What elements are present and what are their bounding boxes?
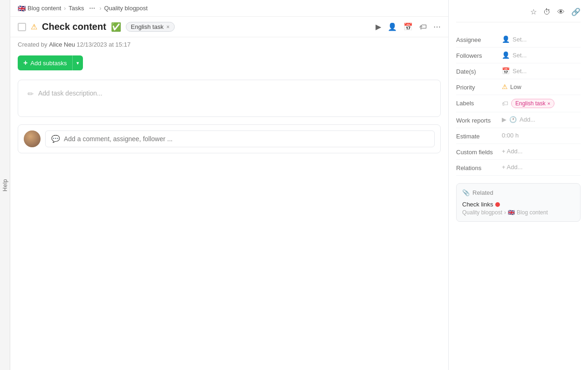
labels-field: Labels 🏷 English task ×: [456, 95, 581, 112]
assignee-set-text: Set...: [513, 36, 526, 43]
relations-plus-icon: +: [502, 164, 506, 171]
task-completed-icon: ✅: [111, 22, 121, 32]
related-link[interactable]: Check links Quality blogpost › 🇬🇧 Blog c…: [462, 201, 574, 216]
priority-low-text: Low: [510, 83, 521, 90]
related-header: 📎 Related: [462, 189, 574, 196]
breadcrumb-separator-2: ›: [100, 5, 102, 12]
breadcrumb: 🇬🇧 Blog content › Tasks ⋯ › Quality blog…: [10, 0, 448, 17]
custom-fields-add-text: Add...: [507, 148, 523, 155]
work-reports-label: Work reports: [456, 116, 498, 124]
add-subtasks-label: Add subtasks: [30, 60, 67, 67]
related-link-title-row: Check links: [462, 201, 574, 208]
estimate-time: 0:00 h: [502, 132, 519, 139]
label-tag-text: English task: [515, 100, 546, 107]
task-title: Check content: [42, 21, 106, 32]
subtasks-area: + Add subtasks ▾: [10, 52, 448, 74]
warning-icon: ⚠: [31, 22, 37, 31]
comment-input-wrapper[interactable]: 💬: [45, 130, 435, 147]
play-icon[interactable]: ▶: [376, 22, 381, 31]
dates-label: Date(s): [456, 67, 498, 75]
tag-icon[interactable]: 🏷: [419, 23, 427, 31]
followers-field: Followers 👤 Set...: [456, 48, 581, 63]
custom-fields-value[interactable]: + Add...: [502, 148, 581, 155]
priority-warning-icon: ⚠: [502, 83, 508, 90]
relations-field: Relations + Add...: [456, 160, 581, 176]
followers-value[interactable]: 👤 Set...: [502, 51, 581, 59]
eye-icon[interactable]: 👁: [557, 8, 565, 16]
task-date: 12/13/2023 at 15:17: [76, 41, 130, 48]
breadcrumb-item-tasks[interactable]: Tasks: [68, 5, 84, 12]
breadcrumb-tasks-label: Tasks: [68, 5, 84, 12]
created-by-label: Created by: [18, 41, 48, 48]
related-link-path-text: Quality blogpost: [462, 209, 502, 216]
sidebar-header-icons: ☆ ⏱ 👁 🔗: [456, 7, 581, 22]
chat-icon: 💬: [51, 135, 60, 143]
add-subtasks-button[interactable]: + Add subtasks: [18, 55, 72, 70]
plus-icon: +: [23, 59, 27, 67]
link-icon[interactable]: 🔗: [571, 7, 581, 16]
uk-flag-icon: 🇬🇧: [18, 5, 26, 12]
breadcrumb-item-blog-content[interactable]: 🇬🇧 Blog content: [18, 5, 61, 12]
estimate-field: Estimate 0:00 h: [456, 128, 581, 144]
more-options-icon[interactable]: ⋯: [433, 22, 441, 31]
priority-field: Priority ⚠ Low: [456, 79, 581, 95]
task-tag-label: English task: [131, 23, 164, 30]
priority-value[interactable]: ⚠ Low: [502, 83, 581, 90]
work-reports-value[interactable]: ▶ 🕐 Add...: [502, 116, 581, 123]
assignee-field: Assignee 👤 Set...: [456, 32, 581, 48]
add-subtasks-group: + Add subtasks ▾: [18, 55, 441, 70]
related-link-path: Quality blogpost › 🇬🇧 Blog content: [462, 209, 574, 216]
followers-icon: 👤: [502, 51, 510, 59]
relations-label: Relations: [456, 164, 498, 171]
description-box[interactable]: ✏ Add task description...: [18, 80, 441, 117]
comment-input[interactable]: [64, 135, 429, 143]
related-link-flag-icon: 🇬🇧: [508, 209, 515, 216]
description-placeholder: Add task description...: [38, 89, 103, 97]
related-label: Related: [472, 189, 493, 196]
task-header: ⚠ Check content ✅ English task × ▶ 👤 📅 🏷…: [10, 17, 448, 37]
dates-set-text: Set...: [513, 68, 526, 75]
breadcrumb-item-quality-blogpost[interactable]: Quality blogpost: [104, 5, 148, 12]
relations-add-button[interactable]: + Add...: [502, 164, 523, 171]
task-body: ✏ Add task description... 💬: [10, 74, 448, 370]
star-icon[interactable]: ☆: [530, 7, 537, 16]
help-tab[interactable]: Help: [0, 0, 10, 370]
main-content: 🇬🇧 Blog content › Tasks ⋯ › Quality blog…: [10, 0, 448, 370]
estimate-value[interactable]: 0:00 h: [502, 132, 581, 139]
task-tag-close-icon[interactable]: ×: [166, 24, 170, 30]
custom-fields-plus-icon: +: [502, 148, 506, 155]
paperclip-icon: 📎: [462, 189, 470, 196]
task-meta: Created by Alice Neu 12/13/2023 at 15:17: [10, 37, 448, 52]
sidebar: ☆ ⏱ 👁 🔗 Assignee 👤 Set... Followers 👤 Se…: [448, 0, 588, 370]
timer-icon[interactable]: ⏱: [543, 8, 551, 16]
work-reports-field: Work reports ▶ 🕐 Add...: [456, 112, 581, 128]
label-tag-english[interactable]: English task ×: [511, 99, 554, 108]
label-tag-close-icon[interactable]: ×: [547, 101, 550, 106]
labels-label: Labels: [456, 99, 498, 107]
priority-label: Priority: [456, 83, 498, 91]
user-assign-icon[interactable]: 👤: [388, 22, 397, 31]
dates-value[interactable]: 📅 Set...: [502, 67, 581, 75]
relations-add-text: Add...: [507, 164, 523, 171]
help-tab-label: Help: [2, 179, 8, 192]
assignee-value[interactable]: 👤 Set...: [502, 35, 581, 43]
related-section: 📎 Related Check links Quality blogpost ›…: [456, 183, 581, 222]
task-author: Alice Neu: [49, 41, 75, 48]
dates-field: Date(s) 📅 Set...: [456, 63, 581, 79]
calendar-icon[interactable]: 📅: [403, 22, 413, 31]
task-checkbox[interactable]: [18, 23, 26, 31]
breadcrumb-separator-1: ›: [64, 5, 66, 12]
work-reports-add-text: Add...: [520, 116, 535, 123]
work-reports-play-icon: ▶: [502, 116, 506, 123]
add-subtasks-dropdown-button[interactable]: ▾: [72, 55, 83, 70]
labels-tag-icon: 🏷: [502, 100, 508, 107]
related-link-path-separator: ›: [504, 209, 506, 216]
related-link-project-text: Blog content: [517, 209, 548, 216]
work-reports-add-button[interactable]: Add...: [520, 116, 535, 123]
pencil-icon: ✏: [27, 89, 34, 98]
comment-box: 💬: [18, 124, 441, 153]
relations-value[interactable]: + Add...: [502, 164, 581, 171]
custom-fields-add-button[interactable]: + Add...: [502, 148, 523, 155]
task-tag-english[interactable]: English task ×: [126, 22, 175, 32]
breadcrumb-more-button[interactable]: ⋯: [87, 4, 97, 13]
